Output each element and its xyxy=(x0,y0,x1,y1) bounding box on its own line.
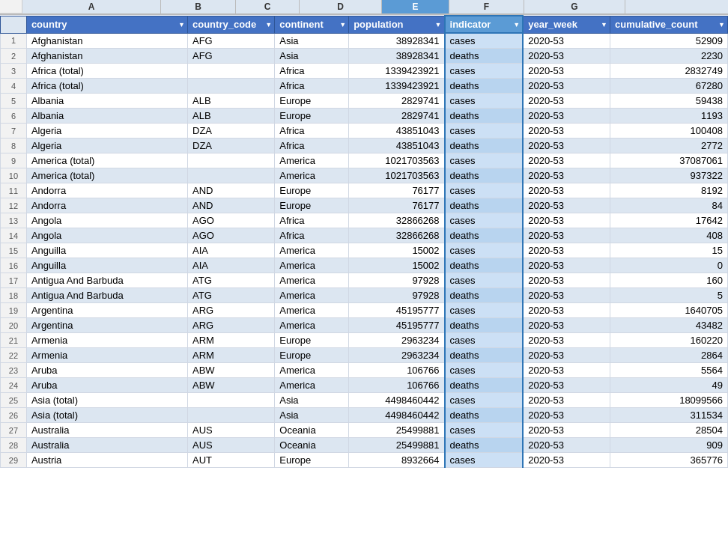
cell: 15 xyxy=(610,243,727,258)
cell: 1640705 xyxy=(610,303,727,318)
filter-arrow-country-code[interactable]: ▼ xyxy=(265,21,272,28)
cell: America (total) xyxy=(26,168,187,183)
cell: Europe xyxy=(275,333,349,348)
cell: 2963234 xyxy=(349,333,445,348)
cell: 2020-53 xyxy=(523,49,610,64)
header-cumulative-count[interactable]: cumulative_count ▼ xyxy=(610,16,727,33)
header-country[interactable]: country ▼ xyxy=(26,16,187,33)
table-row: 27AustraliaAUSOceania25499881cases2020-5… xyxy=(1,423,728,438)
cell: 2020-53 xyxy=(523,348,610,363)
cell: 2230 xyxy=(610,49,727,64)
row-number: 26 xyxy=(1,408,27,423)
table-row: 21ArmeniaARMEurope2963234cases2020-53160… xyxy=(1,333,728,348)
cell: deaths xyxy=(445,228,524,243)
header-population[interactable]: population ▼ xyxy=(349,16,445,33)
cell: Asia xyxy=(275,393,349,408)
corner-cell xyxy=(0,0,22,13)
table-row: 2AfghanistanAFGAsia38928341deaths2020-53… xyxy=(1,49,728,64)
cell: 2020-53 xyxy=(523,333,610,348)
row-number: 6 xyxy=(1,109,27,124)
header-continent[interactable]: continent ▼ xyxy=(275,16,349,33)
filter-arrow-country[interactable]: ▼ xyxy=(178,21,185,28)
row-number: 5 xyxy=(1,94,27,109)
cell: 1339423921 xyxy=(349,79,445,94)
cell: 2020-53 xyxy=(523,453,610,468)
cell: 2772 xyxy=(610,139,727,153)
filter-arrow-year-week[interactable]: ▼ xyxy=(601,21,607,28)
cell: 43482 xyxy=(610,318,727,333)
cell: 2020-53 xyxy=(523,198,610,213)
cell: Africa xyxy=(275,64,349,79)
col-letter-b: B xyxy=(161,0,236,13)
cell: 1193 xyxy=(610,109,727,124)
cell: Africa xyxy=(275,79,349,94)
col-letter-a: A xyxy=(22,0,161,13)
cell: Asia xyxy=(275,33,349,49)
cell: deaths xyxy=(445,288,524,303)
cell: Europe xyxy=(275,94,349,109)
table-row: 26Asia (total)Asia4498460442deaths2020-5… xyxy=(1,408,728,423)
cell: Asia (total) xyxy=(26,408,187,423)
table-row: 24ArubaABWAmerica106766deaths2020-5349 xyxy=(1,378,728,393)
cell: America xyxy=(275,168,349,183)
filter-arrow-population[interactable]: ▼ xyxy=(435,21,442,28)
table-row: 11AndorraANDEurope76177cases2020-538192 xyxy=(1,183,728,198)
cell: Anguilla xyxy=(26,258,187,273)
cell: AND xyxy=(188,198,275,213)
row-num-header xyxy=(1,16,27,33)
cell: Antigua And Barbuda xyxy=(26,273,187,288)
cell: 160220 xyxy=(610,333,727,348)
cell: 1021703563 xyxy=(349,168,445,183)
cell xyxy=(188,79,275,94)
cell: Angola xyxy=(26,228,187,243)
cell: 2020-53 xyxy=(523,273,610,288)
row-number: 23 xyxy=(1,363,27,378)
cell: deaths xyxy=(445,109,524,124)
cell: Aruba xyxy=(26,363,187,378)
cell: 2020-53 xyxy=(523,139,610,153)
row-number: 4 xyxy=(1,79,27,94)
table-container: country ▼ country_code ▼ continent ▼ pop… xyxy=(0,15,728,560)
cell: ARG xyxy=(188,303,275,318)
cell: Armenia xyxy=(26,348,187,363)
cell: 15002 xyxy=(349,258,445,273)
filter-arrow-cumulative-count[interactable]: ▼ xyxy=(718,21,725,28)
table-row: 13AngolaAGOAfrica32866268cases2020-53176… xyxy=(1,213,728,228)
cell: cases xyxy=(445,64,524,79)
table-row: 20ArgentinaARGAmerica45195777deaths2020-… xyxy=(1,318,728,333)
cell: Andorra xyxy=(26,183,187,198)
cell xyxy=(188,393,275,408)
row-number: 9 xyxy=(1,153,27,168)
header-year-week[interactable]: year_week ▼ xyxy=(523,16,610,33)
cell: Africa xyxy=(275,228,349,243)
cell: 97928 xyxy=(349,288,445,303)
cell: ARM xyxy=(188,348,275,363)
table-row: 14AngolaAGOAfrica32866268deaths2020-5340… xyxy=(1,228,728,243)
row-number: 13 xyxy=(1,213,27,228)
cell: Algeria xyxy=(26,124,187,139)
cell: 8192 xyxy=(610,183,727,198)
col-letter-d: D xyxy=(300,0,382,13)
filter-arrow-indicator[interactable]: ▼ xyxy=(513,21,520,28)
row-number: 16 xyxy=(1,258,27,273)
cell: DZA xyxy=(188,139,275,153)
table-row: 18Antigua And BarbudaATGAmerica97928deat… xyxy=(1,288,728,303)
cell: 4498460442 xyxy=(349,393,445,408)
header-indicator[interactable]: indicator ▼ xyxy=(445,16,524,33)
cell: AUS xyxy=(188,438,275,453)
cell: America xyxy=(275,273,349,288)
filter-arrow-continent[interactable]: ▼ xyxy=(339,21,346,28)
table-row: 17Antigua And BarbudaATGAmerica97928case… xyxy=(1,273,728,288)
cell: 2020-53 xyxy=(523,33,610,49)
cell: Argentina xyxy=(26,318,187,333)
cell: 76177 xyxy=(349,198,445,213)
cell: cases xyxy=(445,153,524,168)
cell: 25499881 xyxy=(349,438,445,453)
header-country-code[interactable]: country_code ▼ xyxy=(188,16,275,33)
cell: cases xyxy=(445,124,524,139)
row-number: 2 xyxy=(1,49,27,64)
cell: 38928341 xyxy=(349,49,445,64)
table-row: 7AlgeriaDZAAfrica43851043cases2020-53100… xyxy=(1,124,728,139)
cell: 2020-53 xyxy=(523,408,610,423)
cell: cases xyxy=(445,303,524,318)
